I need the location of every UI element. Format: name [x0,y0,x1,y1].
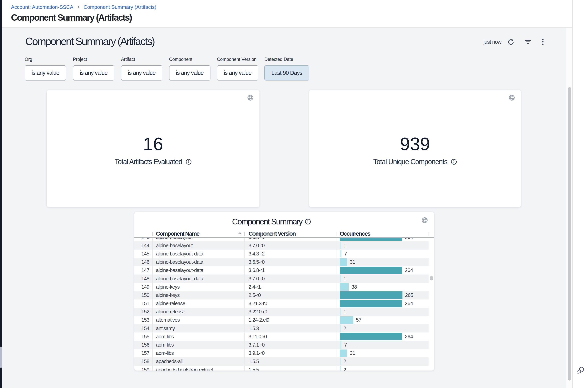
component-version-cell: 3.6.5-r0 [248,258,264,266]
kpi-value: 16 [47,135,260,153]
occurrences-bar [340,250,342,257]
occurrences-bar [340,267,402,274]
component-version-cell: 3.6.8-r1 [248,238,264,241]
page-title: Component Summary (Artifacts) [11,12,131,23]
globe-icon [247,95,253,101]
filter-value-button[interactable]: Last 90 Days [264,65,309,80]
table-row[interactable]: 148alpine-baselayout-data3.7.0-r01 [134,274,429,283]
occurrences-cell: 1 [340,241,346,250]
component-name-cell: aom-libs [156,349,174,357]
occurrences-value: 264 [405,300,413,307]
occurrences-cell: 2 [340,357,346,366]
header-separator [244,232,245,236]
component-name-cell: apacheds-all [156,357,182,366]
table-row[interactable]: 152alpine-release3.22.0-r01 [134,308,429,316]
table-row[interactable]: 154antisamy1.5.32 [134,324,429,332]
component-name-cell: alpine-baselayout [156,241,193,250]
table-row[interactable]: 144alpine-baselayout3.7.0-r01 [134,241,429,250]
filter-value-button[interactable]: is any value [169,65,210,80]
right-gutter [572,0,588,388]
filter-group-project: Projectis any value [73,57,114,80]
column-header-component-name[interactable]: Component Name [156,230,199,237]
occurrences-value: 264 [405,267,413,273]
table-row[interactable]: 145alpine-baselayout-data3.4.3-r27 [134,250,429,258]
kpi-label: Total Artifacts Evaluated [114,158,182,166]
component-version-cell: 1.24-2.el9 [248,316,269,324]
table-row[interactable]: 157aom-libs3.9.1-r031 [134,349,429,357]
occurrences-bar [340,238,402,241]
occurrences-cell: 31 [340,349,355,357]
component-version-cell: 3.7.1-r0 [248,341,264,349]
component-summary-card: Component Summary Component Name Compone… [134,212,434,370]
table-title: Component Summary [232,217,302,226]
table-row[interactable]: 158apacheds-all1.5.52 [134,357,429,366]
table-body[interactable]: 143alpine-baselayout3.6.8-r1264144alpine… [134,238,434,370]
kebab-menu-icon [542,38,544,46]
occurrences-value: 7 [344,342,347,348]
component-name-cell: alpine-baselayout-data [156,266,203,274]
filter-label: Detected Date [264,57,309,62]
breadcrumb-account-link[interactable]: Account: Automation-SSCA [11,4,73,10]
info-icon[interactable] [451,159,457,165]
row-index: 151 [134,299,149,308]
occurrences-value: 31 [350,259,355,265]
column-header-occurrences[interactable]: Occurrences [340,230,370,237]
row-index: 150 [134,291,149,299]
filter-group-component-version: Component Versionis any value [217,57,258,80]
occurrences-value: 31 [350,350,355,356]
occurrences-cell: 265 [340,291,413,299]
chat-bubble-icon[interactable] [577,366,585,374]
filter-value-button[interactable]: is any value [217,65,258,80]
occurrences-bar [340,283,349,291]
occurrences-cell: 7 [340,250,347,258]
table-row[interactable]: 159apacheds-bootstrap-extract1.5.52 [134,366,429,370]
occurrences-cell: 264 [340,266,413,274]
breadcrumb-current-link[interactable]: Component Summary (Artifacts) [84,4,156,10]
info-icon[interactable] [186,159,192,165]
table-row[interactable]: 149alpine-keys2.4-r138 [134,283,429,291]
filter-group-artifact: Artifactis any value [121,57,162,80]
occurrences-value: 1 [343,276,346,282]
dashboard-filters-button[interactable] [524,38,531,46]
component-name-cell: apacheds-bootstrap-extract [156,366,213,370]
row-index: 155 [134,332,149,341]
table-row[interactable]: 155aom-libs3.11.0-r0264 [134,332,429,341]
header-separator [152,232,153,236]
filter-group-component: Componentis any value [169,57,210,80]
left-rail-scroll-thumb[interactable] [0,347,2,368]
dashboard-more-button[interactable] [542,38,544,46]
occurrences-cell: 1 [340,274,346,283]
table-scrollbar-thumb[interactable] [430,276,433,280]
occurrences-bar [340,258,347,266]
component-name-cell: alpine-keys [156,283,180,291]
table-row[interactable]: 150alpine-keys2.5-r0265 [134,291,429,299]
table-row[interactable]: 153alternatives1.24-2.el957 [134,316,429,324]
filter-value-button[interactable]: is any value [25,65,66,80]
row-index: 148 [134,274,149,283]
occurrences-cell: 1 [340,308,346,316]
occurrences-bar [340,308,341,315]
row-index: 143 [134,238,149,241]
occurrences-value: 264 [405,334,413,340]
dashboard-title: Component Summary (Artifacts) [25,35,154,47]
table-row[interactable]: 151alpine-release3.21.3-r0264 [134,299,429,308]
column-header-component-version[interactable]: Component Version [248,230,295,237]
page-scrollbar-thumb[interactable] [568,87,571,381]
sort-asc-icon [238,232,242,235]
table-row[interactable]: 156aom-libs3.7.1-r07 [134,341,429,349]
component-version-cell: 1.5.3 [248,324,259,332]
occurrences-cell: 264 [340,238,413,241]
filter-value-button[interactable]: is any value [121,65,162,80]
row-index: 152 [134,308,149,316]
refresh-button[interactable] [507,38,514,46]
table-rows: 143alpine-baselayout3.6.8-r1264144alpine… [134,238,429,370]
table-row[interactable]: 146alpine-baselayout-data3.6.5-r031 [134,258,429,266]
occurrences-bar [340,291,402,299]
filter-value-button[interactable]: is any value [73,65,114,80]
info-icon[interactable] [305,219,311,225]
occurrences-value: 1 [343,242,346,249]
component-name-cell: alpine-baselayout [156,238,193,241]
table-row[interactable]: 147alpine-baselayout-data3.6.8-r1264 [134,266,429,274]
table-row[interactable]: 143alpine-baselayout3.6.8-r1264 [134,238,429,241]
component-version-cell: 3.21.3-r0 [248,299,267,308]
